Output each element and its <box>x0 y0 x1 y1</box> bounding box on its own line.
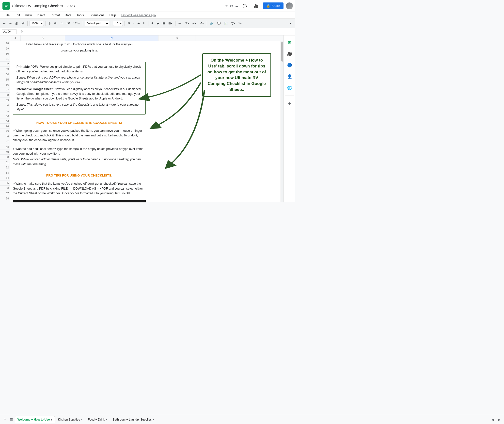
strikethrough-btn[interactable]: S <box>136 21 141 26</box>
currency-btn[interactable]: $ <box>47 21 52 26</box>
col-header-corner <box>0 35 10 41</box>
row-45[interactable]: 45 <box>0 129 10 134</box>
filter-btn[interactable]: ▽▾ <box>230 21 236 26</box>
menu-edit[interactable]: Edit <box>13 13 22 17</box>
menu-file[interactable]: File <box>2 13 12 17</box>
align-btn[interactable]: ≡▾ <box>177 21 183 26</box>
row-43[interactable]: 43 <box>0 118 10 124</box>
highlight-btn[interactable]: ◆ <box>156 21 160 26</box>
row-28[interactable]: 28 <box>0 41 10 46</box>
print-btn[interactable]: 🖨 <box>14 21 19 26</box>
decimal-dec-btn[interactable]: .0 <box>59 21 63 26</box>
row-48[interactable]: 48 <box>0 144 10 149</box>
separator-5 <box>125 21 125 26</box>
menu-extensions[interactable]: Extensions <box>87 13 107 17</box>
row-56[interactable]: 56 <box>0 186 10 191</box>
sheets-app-icon[interactable] <box>2 2 10 10</box>
comments-icon[interactable]: 💬 <box>240 1 249 10</box>
format-123-btn[interactable]: 123▾ <box>72 21 81 26</box>
row-29[interactable]: 29 <box>0 46 10 51</box>
box1-bonus-text: Bonus: When using our PDF on your phone … <box>16 75 142 85</box>
row-51[interactable]: 51 <box>0 160 10 165</box>
row-41[interactable]: 41 <box>0 108 10 113</box>
row-33[interactable]: 33 <box>0 67 10 72</box>
row-55[interactable]: 55 <box>0 180 10 186</box>
meet-icon[interactable]: 🎥 <box>252 1 260 10</box>
user-avatar[interactable] <box>286 2 293 9</box>
col-header-b[interactable]: B <box>21 35 65 41</box>
col-header-d[interactable]: D <box>158 35 195 41</box>
row-32[interactable]: 32 <box>0 62 10 67</box>
row-53[interactable]: 53 <box>0 170 10 175</box>
chart-btn[interactable]: 📊 <box>223 21 229 26</box>
borders-btn[interactable]: ⊞ <box>161 21 166 26</box>
comment-btn[interactable]: 💬 <box>216 21 222 26</box>
zoom-select[interactable]: 100%75%150% <box>29 21 44 26</box>
right-sidebar-clock-icon[interactable]: 🔵 <box>285 61 294 69</box>
folder-icon[interactable]: 🗂 <box>230 4 233 8</box>
row-31[interactable]: 31 <box>0 56 10 62</box>
menu-view[interactable]: View <box>23 13 34 17</box>
menu-insert[interactable]: Insert <box>35 13 47 17</box>
row-38[interactable]: 38 <box>0 93 10 98</box>
paint-format-btn[interactable]: 🖌 <box>20 21 26 26</box>
merge-btn[interactable]: ⊡▾ <box>167 21 173 26</box>
text-color-btn[interactable]: A <box>150 21 155 26</box>
collapse-btn[interactable]: ▲ <box>288 21 293 26</box>
scrollbar-thumb[interactable] <box>281 42 283 62</box>
row-44[interactable]: 44 <box>0 124 10 129</box>
row-49[interactable]: 49 <box>0 149 10 155</box>
menu-data[interactable]: Data <box>63 13 73 17</box>
row-54[interactable]: 54 <box>0 175 10 180</box>
font-size-select[interactable]: 10812 <box>113 21 123 26</box>
row-47[interactable]: 47 <box>0 139 10 144</box>
menu-format[interactable]: Format <box>48 13 62 17</box>
bold-btn[interactable]: B <box>126 21 131 26</box>
formula-input[interactable] <box>25 30 293 33</box>
row-30[interactable]: 30 <box>0 51 10 56</box>
rows-53-54-spacer <box>13 169 146 172</box>
right-sidebar-sheets-icon[interactable]: ⊞ <box>285 38 294 47</box>
decimal-inc-btn[interactable]: .00 <box>64 21 71 26</box>
cloud-icon[interactable]: ☁ <box>235 4 238 8</box>
function-btn[interactable]: Σ▾ <box>237 21 243 26</box>
link-btn[interactable]: 🔗 <box>209 21 215 26</box>
last-edit-label: Last edit was seconds ago <box>121 14 156 17</box>
wrap-btn[interactable]: ↵▾ <box>191 21 198 26</box>
percent-btn[interactable]: % <box>53 21 58 26</box>
cell-area: listed below and leave it up to you to c… <box>10 41 284 202</box>
right-sidebar-maps-icon[interactable]: 🌐 <box>285 83 294 92</box>
menu-help[interactable]: Help <box>107 13 118 17</box>
redo-btn[interactable]: ↪ <box>8 21 13 26</box>
valign-btn[interactable]: ⊤▾ <box>184 21 190 26</box>
row-57[interactable]: 57 <box>0 191 10 196</box>
row-37[interactable]: 37 <box>0 87 10 93</box>
font-family-select[interactable]: Default (Ari... <box>85 21 109 26</box>
row-50[interactable]: 50 <box>0 155 10 160</box>
italic-btn[interactable]: I <box>132 21 135 26</box>
right-sidebar-person-icon[interactable]: 👤 <box>285 72 294 81</box>
row-40[interactable]: 40 <box>0 103 10 108</box>
col-header-a[interactable]: A <box>10 35 21 41</box>
row-58[interactable]: 58 <box>0 196 10 201</box>
row-46[interactable]: 46 <box>0 134 10 139</box>
cell-reference-input[interactable] <box>2 29 17 34</box>
row-34[interactable]: 34 <box>0 72 10 77</box>
row-36[interactable]: 36 <box>0 82 10 87</box>
share-button[interactable]: 🔒 Share <box>263 2 284 9</box>
vertical-scrollbar[interactable] <box>281 41 284 202</box>
row-59[interactable]: 59 <box>0 201 10 202</box>
row-42[interactable]: 42 <box>0 113 10 118</box>
right-sidebar-meet-icon[interactable]: 🎥 <box>285 49 294 58</box>
section2-tip1: > Want to make sure that the items you'v… <box>13 181 146 196</box>
row-39[interactable]: 39 <box>0 98 10 103</box>
star-icon[interactable]: ☆ <box>225 4 228 8</box>
menu-tools[interactable]: Tools <box>74 13 86 17</box>
underline-btn[interactable]: U <box>142 21 146 26</box>
row-52[interactable]: 52 <box>0 165 10 170</box>
col-header-c[interactable]: C <box>65 35 158 41</box>
rotate-btn[interactable]: ↺▾ <box>199 21 205 26</box>
row-35[interactable]: 35 <box>0 77 10 82</box>
right-sidebar-add-icon[interactable]: + <box>285 99 294 108</box>
undo-btn[interactable]: ↩ <box>2 21 7 26</box>
